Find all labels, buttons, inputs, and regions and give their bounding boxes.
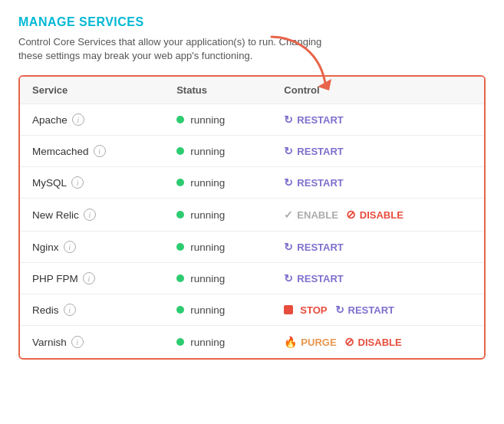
restart-label: RESTART [297,242,343,253]
restart-label: RESTART [297,146,343,157]
info-icon[interactable]: i [83,272,95,284]
info-icon[interactable]: i [64,304,76,316]
enable-label: ENABLE [297,209,338,221]
status-dot-green [176,274,184,282]
col-status: Status [164,77,272,104]
info-icon[interactable]: i [71,336,84,348]
restart-label: RESTART [297,177,343,189]
status-cell-container: running [164,326,272,359]
disable-label: DISABLE [360,209,404,221]
col-control: Control [272,77,484,104]
info-icon[interactable]: i [71,176,84,189]
status-label: running [190,304,225,316]
status-cell-container: running [164,199,272,232]
stop-label: STOP [300,304,327,316]
restart-button[interactable]: ↻RESTART [284,145,343,157]
status-dot-green [176,179,184,186]
restart-icon: ↻ [284,272,293,284]
restart-label: RESTART [297,273,343,284]
service-name-label: Varnish [32,337,67,348]
status-label: running [190,146,225,157]
status-dot-green [176,306,184,314]
status-cell-container: running [164,232,272,263]
status-dot-green [176,116,184,123]
table-row: Memcached i running ↻RESTART [20,136,484,167]
restart-button[interactable]: ↻RESTART [284,241,343,253]
restart-icon: ↻ [284,145,293,157]
service-name-label: Nginx [32,242,59,253]
restart-icon: ↻ [335,304,344,316]
stop-button[interactable]: STOP [284,304,327,316]
table-row: Apache i running ↻RESTART [20,104,484,136]
service-cell: New Relic i [20,199,164,232]
status-cell-container: running [164,263,272,294]
status-label: running [190,242,225,253]
status-dot-green [176,211,184,219]
restart-icon: ↻ [284,241,293,253]
table-row: New Relic i running ✓ENABLE⊘DISABLE [20,199,484,232]
service-cell: MySQL i [20,167,164,199]
service-name-label: Apache [32,114,68,126]
info-icon[interactable]: i [72,113,84,126]
control-cell-container: ✓ENABLE⊘DISABLE [272,199,484,232]
disable-button[interactable]: ⊘DISABLE [344,335,402,349]
status-cell-container: running [164,167,272,199]
status-dot-green [176,243,184,251]
restart-icon: ↻ [284,176,293,189]
info-icon[interactable]: i [94,145,106,157]
restart-icon: ↻ [284,113,293,126]
info-icon[interactable]: i [64,241,76,253]
status-cell-container: running [164,294,272,326]
purge-label: PURGE [301,337,336,348]
status-label: running [190,177,225,189]
restart-label: RESTART [297,114,343,126]
service-name-label: New Relic [32,209,79,221]
disable-icon: ⊘ [346,208,356,222]
service-name-label: MySQL [32,177,67,189]
service-cell: Redis i [20,294,164,326]
page-title: MANAGE SERVICES [18,15,486,29]
status-cell-container: running [164,136,272,167]
table-row: MySQL i running ↻RESTART [20,167,484,199]
status-label: running [190,273,225,284]
purge-button[interactable]: 🔥PURGE [284,336,336,348]
control-cell-container: ↻RESTART [272,136,484,167]
status-label: running [190,114,225,126]
service-name-label: Memcached [32,146,89,157]
control-cell-container: ↻RESTART [272,232,484,263]
services-table: Service Status Control Apache i running … [20,77,484,358]
control-cell-container: ↻RESTART [272,104,484,136]
service-cell: Varnish i [20,326,164,359]
stop-icon [284,305,293,314]
service-cell: Memcached i [20,136,164,167]
disable-icon: ⊘ [344,335,354,349]
service-cell: PHP FPM i [20,263,164,294]
enable-button[interactable]: ✓ENABLE [284,209,338,221]
control-cell-container: ↻RESTART [272,263,484,294]
info-icon[interactable]: i [84,209,96,221]
status-label: running [190,209,225,221]
disable-label: DISABLE [358,337,402,348]
restart-button[interactable]: ↻RESTART [335,304,394,316]
restart-button[interactable]: ↻RESTART [284,176,343,189]
service-name-label: PHP FPM [32,273,78,284]
service-cell: Apache i [20,104,164,136]
status-label: running [190,337,225,348]
restart-button[interactable]: ↻RESTART [284,113,343,126]
control-cell-container: 🔥PURGE⊘DISABLE [272,326,484,359]
table-row: Nginx i running ↻RESTART [20,232,484,263]
status-cell-container: running [164,104,272,136]
service-cell: Nginx i [20,232,164,263]
services-table-wrapper: Service Status Control Apache i running … [18,75,486,360]
table-row: Redis i running STOP↻RESTART [20,294,484,326]
table-row: PHP FPM i running ↻RESTART [20,263,484,294]
col-service: Service [20,77,164,104]
control-cell-container: STOP↻RESTART [272,294,484,326]
disable-button[interactable]: ⊘DISABLE [346,208,404,222]
status-dot-green [176,338,184,346]
table-header-row: Service Status Control [20,77,484,104]
restart-button[interactable]: ↻RESTART [284,272,343,284]
status-dot-green [176,147,184,155]
control-cell-container: ↻RESTART [272,167,484,199]
table-row: Varnish i running 🔥PURGE⊘DISABLE [20,326,484,359]
